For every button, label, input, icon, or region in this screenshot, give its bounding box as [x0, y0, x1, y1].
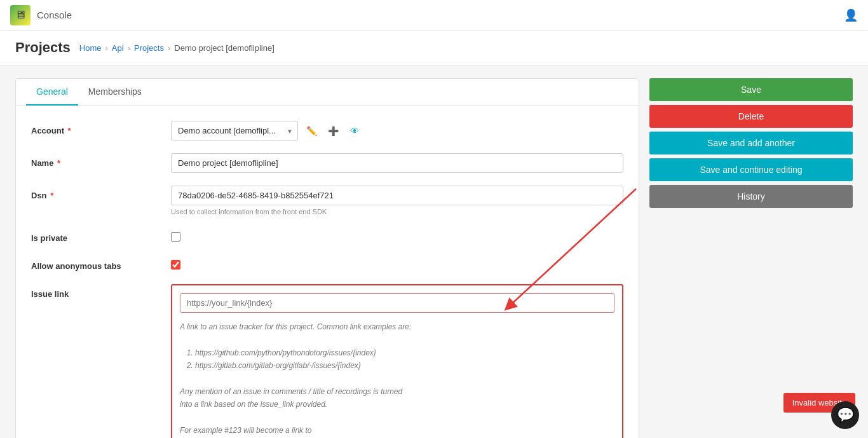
account-row: Account * Demo account [demoflipl... ✏️ … [31, 121, 623, 140]
issue-link-examples: https://github.com/python/pythondotorg/i… [195, 346, 614, 373]
user-icon[interactable]: 👤 [844, 8, 858, 22]
is-private-control [171, 228, 623, 243]
allow-anon-checkbox[interactable] [171, 260, 180, 270]
delete-button[interactable]: Delete [649, 105, 853, 128]
form-card: General Memberships Account * Demo accou… [15, 78, 639, 438]
is-private-checkbox[interactable] [171, 232, 180, 242]
issue-link-note: Any mention of an issue in comments / ti… [180, 387, 402, 409]
account-select[interactable]: Demo account [demoflipl... [171, 121, 298, 140]
dsn-row: Dsn * Used to collect information from t… [31, 186, 623, 216]
name-row: Name * [31, 153, 623, 173]
is-private-label: Is private [31, 228, 171, 243]
account-edit-icon[interactable]: ✏️ [303, 123, 320, 139]
breadcrumb-bar: Projects Home › Api › Projects › Demo pr… [0, 31, 868, 65]
dsn-help-text: Used to collect information from the fro… [171, 208, 623, 216]
is-private-row: Is private [31, 228, 623, 243]
app-title: Console [37, 10, 72, 20]
account-select-container: Demo account [demoflipl... [171, 121, 298, 140]
issue-link-section: A link to an issue tracker for this proj… [171, 284, 623, 438]
sidebar-actions: Save Delete Save and add another Save an… [649, 78, 853, 438]
topbar: 🖥 Console 👤 [0, 0, 868, 31]
history-button[interactable]: History [649, 185, 853, 208]
issue-link-desc: A link to an issue tracker for this proj… [180, 320, 614, 438]
allow-anon-label: Allow anonymous tabs [31, 256, 171, 271]
issue-link-example-2: https://gitlab.com/gitlab-org/gitlab/-/i… [195, 359, 614, 372]
dsn-input[interactable] [171, 186, 623, 205]
allow-anon-control [171, 256, 623, 271]
tab-general[interactable]: General [26, 79, 78, 106]
save-add-button[interactable]: Save and add another [649, 132, 853, 154]
issue-link-label: Issue link [31, 284, 171, 299]
issue-link-example-text: For example #123 will become a link to h… [180, 426, 350, 438]
allow-anon-row: Allow anonymous tabs [31, 256, 623, 271]
dsn-control: Used to collect information from the fro… [171, 186, 623, 216]
tabs: General Memberships [16, 79, 639, 106]
tab-memberships[interactable]: Memberships [78, 79, 152, 106]
save-button[interactable]: Save [649, 78, 853, 101]
save-continue-button[interactable]: Save and continue editing [649, 158, 853, 181]
breadcrumb-sep-3: › [168, 43, 170, 53]
dsn-label: Dsn * [31, 186, 171, 200]
page-title: Projects [15, 39, 71, 56]
account-view-icon[interactable]: 👁 [346, 123, 363, 139]
topbar-left: 🖥 Console [10, 5, 72, 25]
breadcrumb-api[interactable]: Api [112, 43, 124, 53]
name-input[interactable] [171, 153, 623, 173]
app-icon: 🖥 [10, 5, 31, 25]
breadcrumb-home[interactable]: Home [79, 43, 102, 53]
name-label: Name * [31, 153, 171, 168]
account-select-wrap: Demo account [demoflipl... ✏️ ➕ 👁 [171, 121, 623, 140]
breadcrumb-projects[interactable]: Projects [134, 43, 164, 53]
issue-link-example-1: https://github.com/python/pythondotorg/i… [195, 346, 614, 359]
issue-link-input[interactable] [180, 293, 614, 313]
account-required: * [65, 126, 71, 135]
account-add-icon[interactable]: ➕ [325, 123, 341, 139]
breadcrumb-current: Demo project [demoflipline] [174, 43, 275, 53]
form-body: Account * Demo account [demoflipl... ✏️ … [16, 106, 639, 438]
issue-link-control: A link to an issue tracker for this proj… [171, 284, 623, 438]
chat-bubble[interactable]: 💬 [831, 401, 859, 429]
issue-link-row: Issue link A link to an issue tracker fo… [31, 284, 623, 438]
breadcrumb-sep-2: › [128, 43, 130, 53]
main-layout: General Memberships Account * Demo accou… [0, 65, 868, 438]
account-label: Account * [31, 121, 171, 135]
account-control: Demo account [demoflipl... ✏️ ➕ 👁 [171, 121, 623, 140]
breadcrumb-sep-1: › [105, 43, 108, 53]
name-control [171, 153, 623, 173]
